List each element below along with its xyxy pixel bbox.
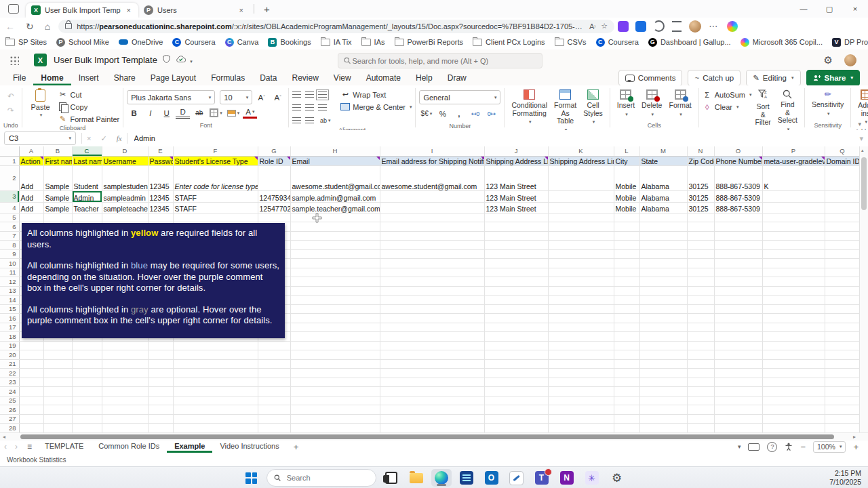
cell-J8[interactable] [484, 241, 548, 250]
delete-cells-button[interactable]: Delete▾ [638, 88, 665, 119]
row-header-25[interactable]: 25 [0, 396, 19, 405]
cell-O11[interactable] [714, 268, 762, 277]
cell-L22[interactable] [614, 369, 639, 378]
align-top-icon[interactable] [292, 92, 301, 98]
taskbar-app-teams[interactable]: T [532, 469, 552, 487]
cell-C2[interactable]: Student [72, 165, 102, 190]
cell-J26[interactable] [484, 405, 548, 415]
cell-M2[interactable]: Alabama [639, 165, 687, 190]
cell-N8[interactable] [687, 241, 714, 250]
ribbon-tab-help[interactable]: Help [408, 70, 440, 85]
cell-M18[interactable] [639, 332, 687, 342]
italic-button[interactable]: I [143, 107, 157, 119]
cell-L23[interactable] [614, 378, 639, 387]
row-header-22[interactable]: 22 [0, 369, 19, 378]
next-sheet-icon[interactable]: › [11, 442, 22, 451]
cell-C24[interactable] [72, 387, 102, 396]
cell-Q26[interactable] [825, 405, 860, 415]
cell-O14[interactable] [714, 296, 762, 305]
select-all-corner[interactable] [0, 146, 19, 156]
cell-N5[interactable] [687, 213, 714, 222]
percent-format-icon[interactable]: % [435, 108, 450, 119]
row-header-20[interactable]: 20 [0, 350, 19, 360]
cell-J10[interactable] [484, 259, 548, 268]
cell-L25[interactable] [614, 396, 639, 405]
column-header-L[interactable]: L [614, 146, 639, 156]
new-tab-button[interactable]: + [257, 3, 277, 15]
cell-C27[interactable] [72, 414, 102, 424]
cell-G20[interactable] [258, 350, 290, 360]
cell-H4[interactable]: sample.teacher@gmail.com [290, 202, 380, 213]
ribbon-tab-review[interactable]: Review [285, 70, 326, 85]
cell-C3[interactable]: Admin [72, 190, 102, 202]
row-header-24[interactable]: 24 [0, 387, 19, 396]
sort-filter-button[interactable]: ZA Sort & Filter ▾ [752, 88, 774, 131]
cell-N11[interactable] [687, 268, 714, 277]
cell-L24[interactable] [614, 387, 639, 396]
cell-K19[interactable] [548, 341, 614, 350]
cell-M28[interactable] [639, 424, 687, 433]
cell-Q7[interactable] [825, 231, 860, 241]
cell-I16[interactable] [380, 314, 484, 323]
bookmark-item[interactable]: PowerBi Reports [395, 38, 464, 46]
cell-L12[interactable] [614, 277, 639, 287]
cell-B20[interactable] [43, 350, 72, 360]
cell-C20[interactable] [72, 350, 102, 360]
cell-K18[interactable] [548, 332, 614, 342]
zoom-level-select[interactable]: 100%▾ [813, 441, 846, 453]
cell-H7[interactable] [290, 231, 380, 241]
cell-K9[interactable] [548, 249, 614, 259]
scroll-left-icon[interactable]: ◂ [3, 434, 5, 440]
cell-B25[interactable] [43, 396, 72, 405]
cell-E24[interactable] [148, 387, 173, 396]
cell-L26[interactable] [614, 405, 639, 415]
cell-D27[interactable] [102, 414, 148, 424]
cell-F28[interactable] [173, 424, 258, 433]
cell-H2[interactable]: awesome.student@gmail.com [290, 165, 380, 190]
conditional-formatting-button[interactable]: Conditional Formatting ▾ [508, 88, 551, 127]
bookmark-item[interactable]: OneDrive [119, 38, 163, 46]
addins-button[interactable]: Add-ins▾ [854, 88, 868, 127]
cell-B27[interactable] [43, 414, 72, 424]
cell-I18[interactable] [380, 332, 484, 342]
cell-E26[interactable] [148, 405, 173, 415]
ribbon-tab-automate[interactable]: Automate [359, 70, 408, 85]
column-header-I[interactable]: I [380, 146, 484, 156]
cell-A3[interactable]: Add [19, 190, 43, 202]
browser-profile-avatar[interactable] [689, 20, 701, 33]
cell-B24[interactable] [43, 387, 72, 396]
cell-E21[interactable] [148, 359, 173, 369]
cell-A2[interactable]: Add [19, 165, 43, 190]
cell-I24[interactable] [380, 387, 484, 396]
bookmark-item[interactable]: Microsoft 365 Copil... [741, 38, 823, 47]
row-header-8[interactable]: 8 [0, 241, 19, 250]
extension-icon-purple[interactable] [618, 21, 629, 32]
column-header-G[interactable]: G [258, 146, 290, 156]
cell-H27[interactable] [290, 414, 380, 424]
cell-J27[interactable] [484, 414, 548, 424]
align-left-icon[interactable] [292, 104, 301, 111]
accessibility-icon[interactable] [785, 443, 793, 451]
cell-N7[interactable] [687, 231, 714, 241]
cell-G22[interactable] [258, 369, 290, 378]
all-sheets-menu-icon[interactable]: ≡ [22, 442, 37, 451]
decrease-decimal-icon[interactable]: 0↦ [484, 108, 498, 119]
cell-G4[interactable]: 12547702 [258, 202, 290, 213]
cell-N22[interactable] [687, 369, 714, 378]
cell-M19[interactable] [639, 341, 687, 350]
cell-Q18[interactable] [825, 332, 860, 342]
align-middle-icon[interactable] [305, 92, 314, 98]
cell-G3[interactable]: 12475934 [258, 190, 290, 202]
ribbon-tab-file[interactable]: File [5, 70, 33, 85]
cell-H3[interactable]: sample.admin@gmail.com [290, 190, 380, 202]
app-launcher-icon[interactable] [9, 56, 19, 65]
cell-A19[interactable] [19, 341, 43, 350]
format-as-table-button[interactable]: Format As Table ▾ [551, 88, 580, 131]
cell-I12[interactable] [380, 277, 484, 287]
cell-M22[interactable] [639, 369, 687, 378]
zoom-in-button[interactable]: + [853, 442, 859, 452]
cell-Q10[interactable] [825, 259, 860, 268]
row-header-15[interactable]: 15 [0, 304, 19, 314]
row-header-28[interactable]: 28 [0, 424, 19, 433]
cell-O7[interactable] [714, 231, 762, 241]
